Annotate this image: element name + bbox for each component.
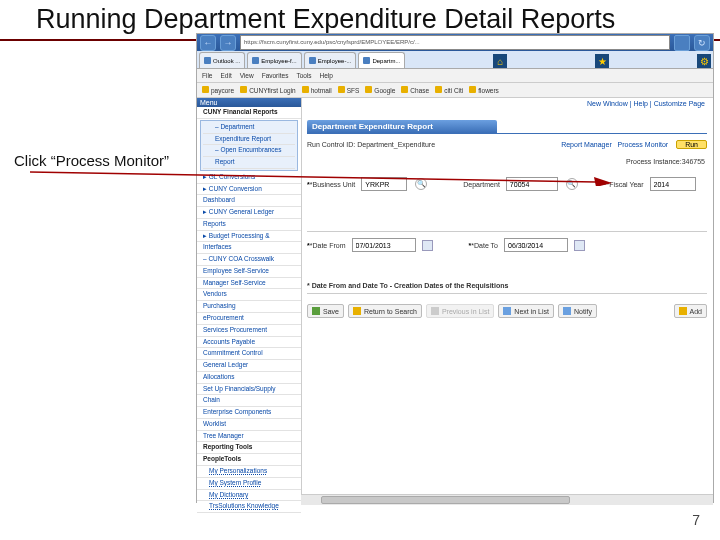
menu-item[interactable]: Set Up Financials/Supply <box>197 384 301 396</box>
menu-item[interactable]: Expenditure Report <box>203 134 295 146</box>
menu-view[interactable]: View <box>240 72 254 79</box>
menu-item[interactable]: General Ledger <box>197 360 301 372</box>
menu-item[interactable]: Employee Self-Service <box>197 266 301 278</box>
fav-paycore[interactable]: paycore <box>202 86 234 94</box>
menu-item[interactable]: Dashboard <box>197 195 301 207</box>
add-button[interactable]: Add <box>674 304 707 318</box>
run-control-row: Run Control ID: Department_Expenditure R… <box>307 140 707 149</box>
customize-link[interactable]: Customize Page <box>654 100 705 107</box>
bu-input[interactable] <box>361 177 407 191</box>
menu-item[interactable]: ▸ GL Conversions <box>197 172 301 184</box>
menu-item[interactable]: Allocations <box>197 372 301 384</box>
divider <box>307 231 707 232</box>
star-icon <box>240 86 247 93</box>
run-control-value: Department_Expenditure <box>357 141 435 148</box>
menu-item[interactable]: ▸ CUNY General Ledger <box>197 207 301 219</box>
fav-cunyfirst[interactable]: CUNYfirst Login <box>240 86 296 94</box>
tab-outlook[interactable]: Outlook ... <box>199 52 245 68</box>
prev-button[interactable]: Previous in List <box>426 304 494 318</box>
menu-item[interactable]: ▸ CUNY Conversion <box>197 184 301 196</box>
menu-item[interactable]: Commitment Control <box>197 348 301 360</box>
menu-item[interactable]: Tree Manager <box>197 431 301 443</box>
search-icon <box>353 307 361 315</box>
menu-item[interactable]: – Open Encumbrances <box>203 145 295 157</box>
menu-item[interactable]: My Dictionary <box>197 490 301 502</box>
return-button[interactable]: Return to Search <box>348 304 422 318</box>
nav-menu: Menu CUNY Financial Reports – Department… <box>197 98 302 505</box>
menu-item[interactable]: My Personalizations <box>197 466 301 478</box>
lookup-icon[interactable]: 🔍 <box>566 178 578 190</box>
plus-icon <box>679 307 687 315</box>
menu-item[interactable]: My System Profile <box>197 478 301 490</box>
save-button[interactable]: Save <box>307 304 344 318</box>
menu-edit[interactable]: Edit <box>220 72 231 79</box>
ie-window: ← → https://fscm.cunyfirst.cuny.edu/psc/… <box>196 33 714 503</box>
calendar-icon[interactable] <box>422 240 433 251</box>
star-icon <box>202 86 209 93</box>
scrollbar[interactable] <box>301 494 713 505</box>
process-monitor-link[interactable]: Process Monitor <box>618 141 669 148</box>
star-icon <box>401 86 408 93</box>
tab-employee-1[interactable]: Employee-f... <box>247 52 301 68</box>
fav-hotmail[interactable]: hotmail <box>302 86 332 94</box>
fav-sfs[interactable]: SFS <box>338 86 360 94</box>
run-button[interactable]: Run <box>676 140 707 149</box>
fav-google[interactable]: Google <box>365 86 395 94</box>
menu-item[interactable]: – CUNY COA Crosswalk <box>197 254 301 266</box>
home-icon[interactable]: ⌂ <box>493 54 507 68</box>
menu-help[interactable]: Help <box>320 72 333 79</box>
calendar-icon[interactable] <box>574 240 585 251</box>
menu-file[interactable]: File <box>202 72 212 79</box>
date-to-label: **Date To <box>469 242 498 249</box>
date-row: **Date From **Date To <box>307 238 707 252</box>
menu-item[interactable]: – Department <box>203 122 295 134</box>
menu-item[interactable]: Reports <box>197 219 301 231</box>
dept-label: Department <box>463 181 500 188</box>
menu-item[interactable]: Interfaces <box>197 242 301 254</box>
ie-titlebar: ← → https://fscm.cunyfirst.cuny.edu/psc/… <box>197 34 713 51</box>
menu-section[interactable]: CUNY Financial Reports <box>197 107 301 119</box>
date-to-input[interactable] <box>504 238 568 252</box>
menu-item[interactable]: Accounts Payable <box>197 337 301 349</box>
menu-item[interactable]: TrsSolutions Knowledge <box>197 501 301 513</box>
down-icon <box>503 307 511 315</box>
refresh-button[interactable]: ↻ <box>694 35 710 51</box>
report-manager-link[interactable]: Report Manager <box>561 141 612 148</box>
fav-citi[interactable]: citi Citi <box>435 86 463 94</box>
forward-button[interactable]: → <box>220 35 236 51</box>
date-from-input[interactable] <box>352 238 416 252</box>
menu-item[interactable]: Reporting Tools <box>197 442 301 454</box>
menu-tools[interactable]: Tools <box>296 72 311 79</box>
menu-item[interactable]: eProcurement <box>197 313 301 325</box>
menu-item[interactable]: Purchasing <box>197 301 301 313</box>
favorites-icon[interactable]: ★ <box>595 54 609 68</box>
menu-favorites[interactable]: Favorites <box>262 72 289 79</box>
next-button[interactable]: Next in List <box>498 304 554 318</box>
menu-item[interactable]: Enterprise Components <box>197 407 301 419</box>
menu-item[interactable]: Worklist <box>197 419 301 431</box>
menu-item[interactable]: Manager Self-Service <box>197 278 301 290</box>
page-header: Department Expenditure Report <box>307 120 497 133</box>
notify-button[interactable]: Notify <box>558 304 597 318</box>
tab-employee-2[interactable]: Employee-... <box>304 52 357 68</box>
tools-icon[interactable]: ⚙ <box>697 54 711 68</box>
tab-department[interactable]: Departm... <box>358 52 405 68</box>
fav-chase[interactable]: Chase <box>401 86 429 94</box>
help-link[interactable]: Help <box>634 100 648 107</box>
menu-item[interactable]: Chain <box>197 395 301 407</box>
address-bar[interactable]: https://fscm.cunyfirst.cuny.edu/psc/cnyf… <box>240 35 670 50</box>
menu-item[interactable]: PeopleTools <box>197 454 301 466</box>
date-from-label: **Date From <box>307 242 346 249</box>
fav-flowers[interactable]: flowers <box>469 86 499 94</box>
back-button[interactable]: ← <box>200 35 216 51</box>
menu-item[interactable]: Report <box>203 157 295 169</box>
lookup-icon[interactable]: 🔍 <box>415 178 427 190</box>
menu-item[interactable]: ▸ Budget Processing & <box>197 231 301 243</box>
search-button[interactable] <box>674 35 690 51</box>
dept-input[interactable] <box>506 177 558 191</box>
date-note: * Date From and Date To - Creation Dates… <box>307 282 707 289</box>
new-window-link[interactable]: New Window <box>587 100 628 107</box>
menu-item[interactable]: Services Procurement <box>197 325 301 337</box>
menu-item[interactable]: Vendors <box>197 289 301 301</box>
fy-input[interactable] <box>650 177 696 191</box>
